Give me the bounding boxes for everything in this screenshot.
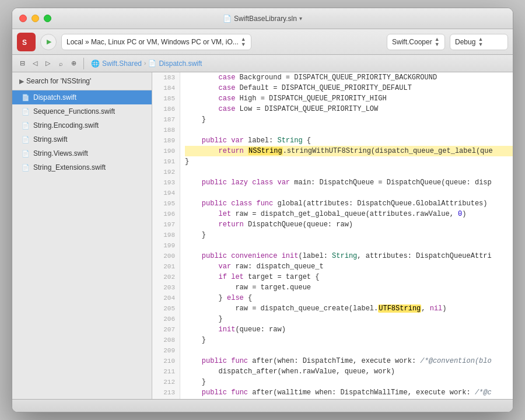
config-label: Debug bbox=[455, 38, 475, 46]
breadcrumb: 🌐 Swift.Shared › 📄 Dispatch.swift bbox=[86, 60, 202, 68]
search-label: Search for 'NSString' bbox=[26, 77, 91, 85]
file-icon: 📄 bbox=[22, 136, 30, 144]
code-line-202: if let target = target { bbox=[185, 272, 513, 282]
sidebar-search-icon: ▶ bbox=[19, 78, 24, 85]
svg-text:S: S bbox=[22, 38, 27, 47]
title-bar: 📄 SwiftBaseLibrary.sln ▾ bbox=[12, 8, 513, 29]
target-label: Swift.Cooper bbox=[392, 38, 432, 46]
breadcrumb-separator: › bbox=[144, 60, 146, 66]
code-lines: case Background = DISPATCH_QUEUE_PRIORIT… bbox=[180, 72, 513, 399]
code-line-210: public func after(when: DispatchTime, ex… bbox=[185, 356, 513, 366]
code-line-200: public convenience init(label: String, a… bbox=[185, 251, 513, 261]
file-icon: 📄 bbox=[22, 164, 30, 172]
code-line-193: public lazy class var main: DispatchQueu… bbox=[185, 177, 513, 188]
code-line-212: } bbox=[185, 377, 513, 387]
code-line-183: case Background = DISPATCH_QUEUE_PRIORIT… bbox=[185, 72, 513, 83]
nav-forward-icon[interactable]: ▷ bbox=[43, 58, 53, 69]
title-dropdown-arrow[interactable]: ▾ bbox=[299, 15, 302, 22]
code-line-206: } bbox=[185, 314, 513, 324]
code-line-191: } bbox=[185, 156, 513, 167]
code-line-196: let raw = dispatch_get_global_queue(attr… bbox=[185, 209, 513, 219]
config-selector[interactable]: Debug ▲▼ bbox=[450, 34, 508, 50]
nav-back-icon[interactable]: ◁ bbox=[30, 58, 40, 69]
code-line-199 bbox=[185, 240, 513, 251]
sidebar-item-label: String.Views.swift bbox=[33, 149, 88, 158]
bottom-bar bbox=[12, 399, 513, 412]
file-icon: 📄 bbox=[22, 150, 30, 158]
target-selector[interactable]: Swift.Cooper ▲▼ bbox=[387, 34, 445, 50]
code-line-194 bbox=[185, 188, 513, 198]
code-line-187: } bbox=[185, 114, 513, 125]
code-line-203: raw = target.queue bbox=[185, 282, 513, 293]
code-editor[interactable]: 183 184 185 186 187 188 189 190 191 192 … bbox=[152, 72, 513, 399]
code-line-209 bbox=[185, 345, 513, 356]
code-line-201: var raw: dispatch_queue_t bbox=[185, 261, 513, 272]
sidebar: ▶ Search for 'NSString' 📄 Dispatch.swift… bbox=[12, 72, 152, 399]
close-button[interactable] bbox=[19, 15, 27, 22]
file-icon: 📄 bbox=[22, 108, 30, 116]
main-window: 📄 SwiftBaseLibrary.sln ▾ S Local » Mac, … bbox=[12, 8, 513, 412]
window-title: SwiftBaseLibrary.sln bbox=[234, 15, 297, 23]
code-line-214: dispatch_after(when.rawValue, queue, wor… bbox=[185, 398, 513, 399]
nav-icons: ⊟ ◁ ▷ ⌕ ⊕ bbox=[17, 58, 84, 69]
code-line-184: case Default = DISPATCH_QUEUE_PRIORITY_D… bbox=[185, 83, 513, 93]
code-line-189: public var label: String { bbox=[185, 135, 513, 146]
scheme-selector[interactable]: Local » Mac, Linux PC or VM, Windows PC … bbox=[61, 34, 251, 50]
code-line-213: public func after(walltime when: Dispatc… bbox=[185, 387, 513, 398]
file-icon: 📄 bbox=[22, 94, 30, 102]
sidebar-item-label: String.Encoding.swift bbox=[33, 121, 99, 130]
code-line-208: } bbox=[185, 335, 513, 345]
code-line-205: raw = dispatch_queue_create(label.UTF8St… bbox=[185, 303, 513, 314]
nav-search-icon[interactable]: ⌕ bbox=[55, 58, 66, 69]
sidebar-item-label: Sequence_Functions.swift bbox=[33, 107, 115, 116]
breadcrumb-icon: 🌐 bbox=[91, 60, 100, 68]
breadcrumb-file-icon: 📄 bbox=[148, 60, 156, 67]
code-line-188 bbox=[185, 125, 513, 135]
sidebar-item-string-extensions[interactable]: 📄 String_Extensions.swift bbox=[12, 160, 152, 174]
code-line-192 bbox=[185, 167, 513, 177]
scheme-label: Local » Mac, Linux PC or VM, Windows PC … bbox=[66, 38, 239, 46]
play-button[interactable] bbox=[40, 34, 57, 50]
minimize-button[interactable] bbox=[32, 15, 39, 22]
sidebar-item-string-encoding[interactable]: 📄 String.Encoding.swift bbox=[12, 118, 152, 132]
sidebar-item-dispatch[interactable]: 📄 Dispatch.swift bbox=[12, 90, 152, 104]
scheme-arrows: ▲▼ bbox=[241, 37, 246, 47]
code-line-198: } bbox=[185, 230, 513, 240]
code-line-204: } else { bbox=[185, 293, 513, 303]
breadcrumb-root[interactable]: Swift.Shared bbox=[102, 60, 142, 68]
config-arrows: ▲▼ bbox=[478, 37, 483, 47]
swift-logo: S bbox=[17, 33, 36, 51]
line-numbers: 183 184 185 186 187 188 189 190 191 192 … bbox=[152, 72, 180, 399]
sidebar-item-sequence[interactable]: 📄 Sequence_Functions.swift bbox=[12, 104, 152, 118]
code-line-185: case High = DISPATCH_QUEUE_PRIORITY_HIGH bbox=[185, 93, 513, 104]
file-icon: 📄 bbox=[22, 122, 30, 130]
traffic-lights bbox=[19, 15, 51, 22]
nav-toolbar: ⊟ ◁ ▷ ⌕ ⊕ 🌐 Swift.Shared › 📄 Dispatch.sw… bbox=[12, 55, 513, 72]
code-line-207: init(queue: raw) bbox=[185, 324, 513, 335]
code-line-190: return NSString.stringWithUTF8String(dis… bbox=[185, 146, 513, 156]
code-line-197: return DispatchQueue(queue: raw) bbox=[185, 219, 513, 230]
code-line-195: public class func global(attributes: Dis… bbox=[185, 198, 513, 209]
code-line-186: case Low = DISPATCH_QUEUE_PRIORITY_LOW bbox=[185, 104, 513, 114]
toolbar: S Local » Mac, Linux PC or VM, Windows P… bbox=[12, 29, 513, 55]
breadcrumb-file[interactable]: Dispatch.swift bbox=[159, 60, 202, 68]
nav-sidebar-icon[interactable]: ⊟ bbox=[17, 58, 27, 69]
sidebar-item-label: String.swift bbox=[33, 135, 68, 144]
document-icon: 📄 bbox=[223, 15, 232, 23]
search-header: ▶ Search for 'NSString' bbox=[12, 72, 152, 90]
nav-jump-icon[interactable]: ⊕ bbox=[68, 58, 79, 69]
sidebar-item-string[interactable]: 📄 String.swift bbox=[12, 132, 152, 146]
main-content: ▶ Search for 'NSString' 📄 Dispatch.swift… bbox=[12, 72, 513, 399]
code-line-211: dispatch_after(when.rawValue, queue, wor… bbox=[185, 366, 513, 377]
sidebar-item-label: Dispatch.swift bbox=[33, 93, 76, 102]
sidebar-item-string-views[interactable]: 📄 String.Views.swift bbox=[12, 146, 152, 160]
code-content: 183 184 185 186 187 188 189 190 191 192 … bbox=[152, 72, 513, 399]
maximize-button[interactable] bbox=[44, 15, 51, 22]
sidebar-item-label: String_Extensions.swift bbox=[33, 163, 106, 172]
target-arrows: ▲▼ bbox=[435, 37, 440, 47]
title-bar-center: 📄 SwiftBaseLibrary.sln ▾ bbox=[223, 15, 302, 23]
sidebar-items: 📄 Dispatch.swift 📄 Sequence_Functions.sw… bbox=[12, 90, 152, 399]
